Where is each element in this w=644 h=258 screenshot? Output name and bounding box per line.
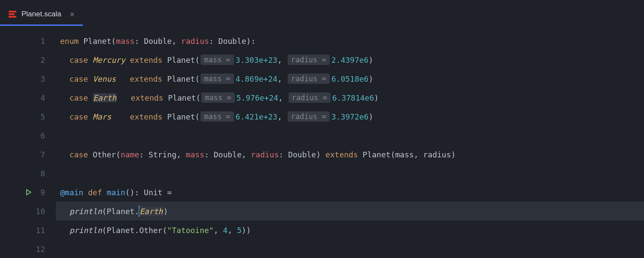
fn-println: println [70,226,102,235]
line-number: 5 [32,112,45,121]
number: 4.869e+24 [236,74,278,83]
param-mass: mass [116,37,134,46]
keyword-case: case [70,112,88,121]
param-radius: radius [251,150,279,159]
line-number: 2 [32,55,45,64]
inlay-hint: mass = [200,74,234,84]
arg-mass: mass [395,150,413,159]
type-planet: Planet [168,93,196,102]
type-planet: Planet [167,55,195,64]
gutter-row[interactable]: 12 [0,240,56,258]
keyword-extends: extends [130,74,163,83]
gutter-row[interactable]: 9 [0,183,56,202]
close-tab-icon[interactable]: × [70,9,75,18]
code-area[interactable]: enum Planet(mass: Double, radius: Double… [56,26,644,258]
line-number: 6 [32,131,45,140]
enum-other: Other [93,150,116,159]
code-line[interactable]: @main def main(): Unit = [56,183,644,202]
param-mass: mass [186,150,204,159]
line-number: 12 [32,245,45,254]
gutter-row[interactable]: 11 [0,221,56,240]
type-planet: Planet [363,150,391,159]
tab-bar: Planet.scala × [0,0,644,26]
type-string: String [149,150,176,159]
keyword-extends: extends [325,150,358,159]
gutter-row[interactable]: 7 [0,145,56,164]
number: 3.303e+23 [236,55,278,64]
code-line[interactable] [56,164,644,183]
enum-earth: Earth [93,93,117,102]
param-radius: radius [181,37,209,46]
code-line[interactable] [56,240,644,258]
inlay-hint: mass = [201,92,234,103]
enum-mars: Mars [93,112,111,121]
function-main: main [106,188,125,197]
inlay-hint: radius = [288,111,330,122]
inlay-hint: mass = [200,55,234,65]
number: 2.4397e6 [331,55,369,64]
code-line[interactable]: println(Planet.Other("Tatooine", 4, 5)) [56,221,644,240]
keyword-extends: extends [131,93,164,102]
type-double: Double [219,37,246,46]
keyword-extends: extends [130,55,163,64]
type-double: Double [288,150,316,159]
keyword-extends: extends [130,112,163,121]
code-line[interactable]: case Venus extends Planet(mass =4.869e+2… [56,69,644,88]
type-planet: Planet [167,112,195,121]
line-number: 3 [32,74,45,83]
code-line-current[interactable]: println(Planet.Earth) [56,202,644,221]
code-line[interactable]: enum Planet(mass: Double, radius: Double… [56,31,644,50]
line-number: 10 [32,207,45,216]
code-line[interactable]: case Mars extends Planet(mass =6.421e+23… [56,107,644,126]
keyword-case: case [70,74,88,83]
enum-mercury: Mercury [93,55,125,64]
arg-radius: radius [423,150,451,159]
file-tab[interactable]: Planet.scala × [0,3,83,26]
gutter-row[interactable]: 8 [0,164,56,183]
run-gutter-icon[interactable] [25,189,32,196]
code-line[interactable]: case Other(name: String, mass: Double, r… [56,145,644,164]
number: 6.421e+23 [236,112,278,121]
type-planet: Planet [83,37,111,46]
keyword-def: def [88,188,102,197]
gutter-row[interactable]: 10 [0,202,56,221]
gutter-row[interactable]: 1 [0,31,56,50]
number: 5.976e+24 [237,93,279,102]
keyword-case: case [70,93,88,102]
number: 3.3972e6 [331,112,369,121]
tab-filename: Planet.scala [21,10,61,18]
enum-other: Other [139,226,162,235]
line-number: 8 [32,169,45,178]
code-line[interactable] [56,126,644,145]
number: 6.37814e6 [332,93,374,102]
number: 4 [223,226,228,235]
editor: 1 2 3 4 5 6 7 8 9 10 11 12 enum Planet(m… [0,26,644,258]
line-number: 9 [32,188,45,197]
type-planet: Planet [106,207,134,216]
inlay-hint: mass = [200,111,234,122]
inlay-hint: radius = [288,55,330,65]
code-line[interactable]: case Earth extends Planet(mass =5.976e+2… [56,88,644,107]
keyword-case: case [70,150,88,159]
enum-venus: Venus [93,74,116,83]
gutter-row[interactable]: 4 [0,88,56,107]
code-line[interactable]: case Mercury extends Planet(mass =3.303e… [56,50,644,69]
line-number: 11 [32,226,45,235]
line-number: 4 [32,93,45,102]
ref-earth: Earth [139,207,163,216]
gutter: 1 2 3 4 5 6 7 8 9 10 11 12 [0,26,56,258]
gutter-row[interactable]: 5 [0,107,56,126]
fn-println: println [70,207,102,216]
gutter-row[interactable]: 6 [0,126,56,145]
keyword-case: case [70,55,88,64]
string: "Tatooine" [167,226,213,235]
line-number: 1 [32,37,45,46]
gutter-row[interactable]: 2 [0,50,56,69]
type-planet: Planet [106,226,134,235]
line-number: 7 [32,150,45,159]
gutter-row[interactable]: 3 [0,69,56,88]
number: 5 [237,226,242,235]
annotation-main: @main [60,188,83,197]
scala-file-icon [9,10,16,18]
number: 6.0518e6 [331,74,369,83]
